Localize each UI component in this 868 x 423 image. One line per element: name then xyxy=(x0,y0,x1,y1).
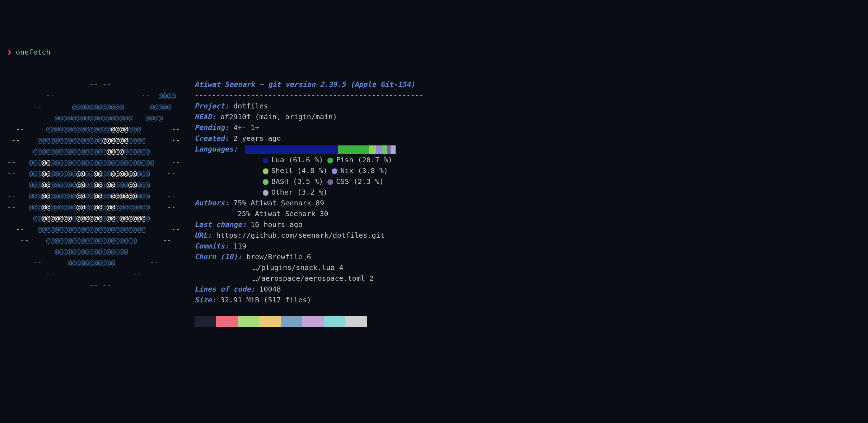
lang-legend-row: Shell (4.8 %) Nix (3.8 %) xyxy=(263,165,861,176)
lang-legend-row: BASH (3.5 %) CSS (2.3 %) xyxy=(263,176,861,187)
color-palette xyxy=(195,316,861,327)
size-label: Size xyxy=(195,296,212,304)
churn-value-1: …/plugins/snack.lua 4 xyxy=(253,262,861,273)
lang-bar-segment xyxy=(387,145,391,154)
languages-label: Languages xyxy=(195,145,233,153)
created-value: 2 years ago xyxy=(233,134,281,143)
header: Atiwat Seenark ~ git version 2.39.5 (App… xyxy=(195,79,861,90)
palette-swatch xyxy=(259,316,281,327)
loc-line: Lines of code: 10048 xyxy=(195,284,861,294)
head-line: HEAD: af2910f (main, origin/main) xyxy=(195,111,861,122)
authors-value-1: 25% Atiwat Seenark 30 xyxy=(238,208,861,219)
loc-value: 10048 xyxy=(259,285,281,293)
command-text: onefetch xyxy=(16,48,50,56)
churn-line: Churn (10): brew/Brewfile 6 xyxy=(195,251,861,262)
churn-value-0: brew/Brewfile 6 xyxy=(246,252,311,261)
palette-swatch xyxy=(302,316,324,327)
palette-swatch xyxy=(238,316,259,327)
palette-swatch xyxy=(345,316,367,327)
separator: ----------------------------------------… xyxy=(195,90,861,101)
head-label: HEAD xyxy=(195,112,212,121)
authors-line: Authors: 75% Atiwat Seenark 89 xyxy=(195,197,861,208)
palette-swatch xyxy=(281,316,302,327)
ascii-logo: -- -- -- -- @@@@ -- @@@@@@@@@@@@ @@@@@ @… xyxy=(7,79,180,327)
size-line: Size: 32.91 MiB (517 files) xyxy=(195,294,861,305)
prompt-symbol: ❯ xyxy=(7,48,11,56)
lang-bar-segment xyxy=(376,145,382,154)
pending-label: Pending xyxy=(195,123,225,132)
authors-label: Authors xyxy=(195,199,225,207)
pending-line: Pending: 4+- 1+ xyxy=(195,122,861,133)
languages-line: Languages: xyxy=(195,144,861,154)
lang-bar-segment xyxy=(245,145,338,154)
commits-value: 119 xyxy=(233,242,246,250)
url-value: https://github.com/seenark/dotfiles.git xyxy=(216,231,385,240)
churn-value-2: …/aerospace/aerospace.toml 2 xyxy=(253,273,861,284)
pending-value: 4+- 1+ xyxy=(233,123,259,132)
language-bar xyxy=(245,145,396,154)
commits-label: Commits xyxy=(195,242,225,250)
url-line: URL: https://github.com/seenark/dotfiles… xyxy=(195,230,861,241)
onefetch-output: -- -- -- -- @@@@ -- @@@@@@@@@@@@ @@@@@ @… xyxy=(7,79,861,327)
lang-bar-segment xyxy=(391,145,395,154)
authors-value-0: 75% Atiwat Seenark 89 xyxy=(233,199,324,207)
repo-info: Atiwat Seenark ~ git version 2.39.5 (App… xyxy=(195,79,861,327)
palette-swatch xyxy=(216,316,238,327)
churn-label: Churn (10) xyxy=(195,252,238,261)
loc-label: Lines of code xyxy=(195,285,251,293)
lang-bar-segment xyxy=(369,145,376,154)
lang-legend-row: Lua (61.6 %) Fish (20.7 %) xyxy=(263,154,861,165)
lang-bar-segment xyxy=(382,145,387,154)
project-value: dotfiles xyxy=(233,102,268,110)
created-line: Created: 2 years ago xyxy=(195,133,861,144)
project-label: Project xyxy=(195,102,225,110)
lang-bar-segment xyxy=(338,145,369,154)
lastchange-value: 16 hours ago xyxy=(251,220,303,229)
url-label: URL xyxy=(195,231,207,240)
palette-swatch xyxy=(324,316,345,327)
prompt-line: ❯ onefetch xyxy=(7,47,861,57)
lastchange-line: Last change: 16 hours ago xyxy=(195,219,861,230)
project-line: Project: dotfiles xyxy=(195,101,861,111)
language-legend: Lua (61.6 %) Fish (20.7 %)Shell (4.8 %) … xyxy=(263,154,861,197)
head-value: af2910f (main, origin/main) xyxy=(220,112,337,121)
commits-line: Commits: 119 xyxy=(195,241,861,251)
created-label: Created xyxy=(195,134,225,143)
lastchange-label: Last change xyxy=(195,220,242,229)
lang-legend-row: Other (3.2 %) xyxy=(263,187,861,197)
palette-swatch xyxy=(195,316,216,327)
size-value: 32.91 MiB (517 files) xyxy=(220,296,311,304)
